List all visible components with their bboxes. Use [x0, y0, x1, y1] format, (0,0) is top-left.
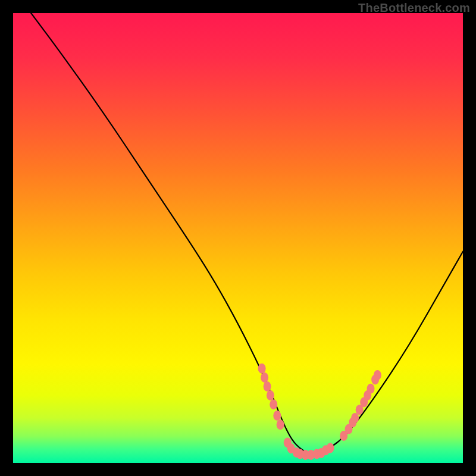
curve-marker: [270, 399, 277, 409]
chart-stage: TheBottleneck.com: [0, 0, 476, 476]
curve-marker: [277, 419, 284, 430]
plot-area: [13, 13, 463, 463]
curve-marker: [261, 372, 268, 383]
curve-marker: [267, 390, 274, 400]
curve-marker: [258, 364, 266, 374]
curve-layer: [13, 13, 463, 463]
curve-marker: [264, 381, 271, 392]
curve-marker: [327, 443, 334, 453]
curve-marker: [367, 384, 375, 394]
curve-marker: [351, 413, 359, 423]
curve-marker: [273, 411, 281, 421]
bottleneck-curve: [31, 13, 463, 454]
curve-marker: [374, 370, 381, 380]
curve-markers: [258, 364, 381, 460]
